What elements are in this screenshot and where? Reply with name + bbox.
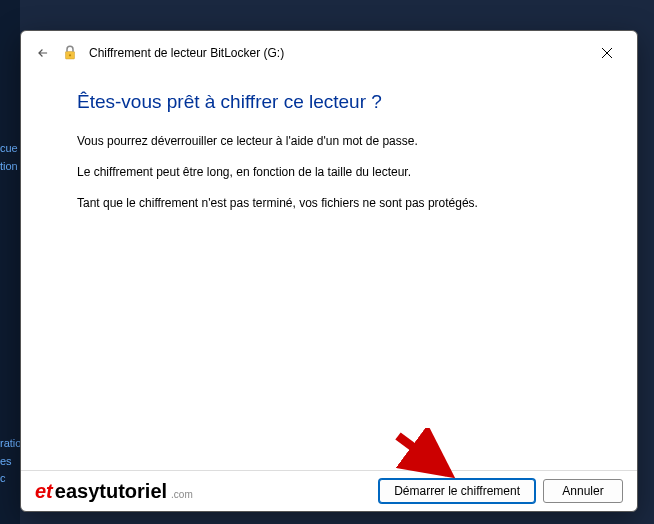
brand-suffix: .com — [171, 489, 193, 500]
close-button[interactable] — [591, 41, 623, 65]
bitlocker-dialog: Chiffrement de lecteur BitLocker (G:) Êt… — [20, 30, 638, 512]
cancel-button[interactable]: Annuler — [543, 479, 623, 503]
dialog-footer: et easytutoriel .com Démarrer le chiffre… — [21, 470, 637, 511]
brand-name: easytutoriel — [55, 480, 167, 503]
info-line-2: Le chiffrement peut être long, en foncti… — [77, 164, 607, 181]
dialog-heading: Êtes-vous prêt à chiffrer ce lecteur ? — [77, 91, 607, 113]
bitlocker-lock-icon — [61, 44, 79, 62]
info-line-3: Tant que le chiffrement n'est pas termin… — [77, 195, 607, 212]
svg-point-1 — [69, 54, 71, 56]
dialog-titlebar: Chiffrement de lecteur BitLocker (G:) — [21, 31, 637, 71]
dialog-title: Chiffrement de lecteur BitLocker (G:) — [89, 46, 284, 60]
back-arrow-icon[interactable] — [35, 45, 51, 61]
brand-prefix: et — [35, 480, 53, 503]
watermark-branding: et easytutoriel .com — [35, 480, 193, 503]
dialog-content: Êtes-vous prêt à chiffrer ce lecteur ? V… — [21, 71, 637, 470]
info-line-1: Vous pourrez déverrouiller ce lecteur à … — [77, 133, 607, 150]
start-encryption-button[interactable]: Démarrer le chiffrement — [379, 479, 535, 503]
background-window-fragment: cue tion ratio es c — [0, 0, 20, 524]
